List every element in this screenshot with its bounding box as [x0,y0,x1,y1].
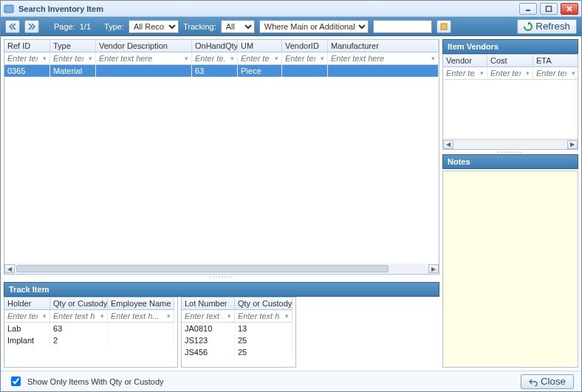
maximize-button[interactable] [540,3,558,15]
table-row[interactable]: Lab63 [4,323,177,334]
column-header[interactable]: Qty or Custody [50,298,108,310]
column-header[interactable]: VendorID [282,40,328,52]
track-right-grid: Lot NumberQty or Custody ▾▾ JA081013JS12… [181,297,296,368]
column-header[interactable]: Ref ID [4,40,50,52]
tracking-select[interactable]: All [221,20,255,33]
body: Ref IDTypeVendor DescriptionOnHandQtyUMV… [1,36,581,371]
filter-input[interactable] [239,53,272,63]
filter-funnel-icon[interactable]: ▾ [318,55,326,62]
column-header[interactable]: Holder [4,298,50,310]
filter-funnel-icon[interactable]: ▾ [272,55,281,62]
filter-input[interactable] [488,68,523,78]
svg-rect-5 [441,24,447,30]
column-header[interactable]: Vendor [443,55,487,67]
tracking-label: Tracking: [183,22,216,31]
table-row[interactable]: 0365Material63Piece [4,65,439,77]
notes-header: Notes [442,154,578,169]
filter-funnel-icon[interactable]: ▾ [477,69,486,77]
page-label: Page: [54,22,75,31]
column-header[interactable]: UM [238,40,282,52]
filter-funnel-icon[interactable]: ▾ [97,312,106,320]
svg-rect-2 [547,6,552,11]
filter-input[interactable] [283,53,318,63]
table-row[interactable]: JA081013 [182,323,295,334]
main-grid-filter-row: ▾▾▾▾▾▾▾ [4,52,439,65]
refresh-icon [524,22,533,31]
filter-input[interactable] [182,311,225,321]
main-grid-body[interactable]: 0365Material63Piece [4,65,439,264]
window-title: Search Inventory Item [18,4,519,13]
vendor-lookup-button[interactable] [437,20,451,33]
right-column: Item Vendors VendorCostETA ▾▾▾ ◀▶ ••••••… [442,39,578,368]
item-vendors-header: Item Vendors [442,39,578,54]
filter-input[interactable] [444,68,477,78]
window-buttons [519,3,578,15]
filter-input[interactable] [109,311,164,321]
search-inventory-window: Search Inventory Item Page: 1/1 Type: Al… [0,0,582,392]
show-only-qty-checkbox[interactable]: Show Only Items With Qty or Custody [8,374,164,388]
filter-input[interactable] [236,311,282,321]
toolbar: Page: 1/1 Type: All Records Tracking: Al… [1,17,581,36]
filter-input[interactable] [534,68,569,78]
filter-funnel-icon[interactable]: ▾ [86,55,95,62]
filter-funnel-icon[interactable]: ▾ [523,69,532,77]
main-grid: Ref IDTypeVendor DescriptionOnHandQtyUMV… [4,39,439,275]
filter-input[interactable] [97,53,182,63]
filter-funnel-icon[interactable]: ▾ [225,312,233,320]
table-row[interactable]: Implant2 [4,334,177,346]
column-header[interactable]: Qty or Custody [235,298,292,310]
table-row[interactable]: JS45625 [182,346,295,358]
filter-funnel-icon[interactable]: ▾ [182,55,191,62]
type-label: Type: [104,22,124,31]
column-header[interactable]: Vendor Description [96,40,192,52]
main-grid-header: Ref IDTypeVendor DescriptionOnHandQtyUMV… [4,40,439,52]
close-button[interactable]: Close [521,374,574,389]
type-select[interactable]: All Records [129,20,179,33]
filter-input[interactable] [193,53,227,63]
filter-input[interactable] [329,53,428,63]
column-header[interactable]: Type [50,40,96,52]
scroll-right-icon[interactable]: ▶ [428,264,439,273]
item-vendors-hscroll[interactable]: ◀▶ [443,139,578,149]
vendor-value-input[interactable] [373,20,432,33]
vendor-clause-select[interactable]: Where Main or Additional Vendor is [259,20,369,33]
track-item-header: Track Item [4,282,439,297]
column-header[interactable]: Employee Name [108,298,174,310]
notes-textarea[interactable] [442,171,578,368]
filter-funnel-icon[interactable]: ▾ [40,312,49,320]
column-header[interactable]: Cost [487,55,533,67]
close-window-button[interactable] [561,3,578,15]
svg-rect-0 [4,5,13,13]
filter-input[interactable] [51,53,86,63]
filter-funnel-icon[interactable]: ▾ [428,55,437,62]
footer: Show Only Items With Qty or Custody Clos… [1,371,581,391]
app-icon [4,4,14,14]
minimize-button[interactable] [519,3,537,15]
filter-input[interactable] [5,311,40,321]
main-grid-hscroll[interactable]: ◀ ▶ [4,264,439,274]
filter-funnel-icon[interactable]: ▾ [164,312,173,320]
undo-close-icon [529,377,538,386]
next-page-button[interactable] [24,20,39,33]
splitter-horizontal[interactable]: •••••••• [4,275,439,279]
column-header[interactable]: Manufacturer [328,40,439,52]
refresh-button[interactable]: Refresh [517,19,577,34]
prev-page-button[interactable] [5,20,20,33]
left-column: Ref IDTypeVendor DescriptionOnHandQtyUMV… [4,39,439,368]
filter-funnel-icon[interactable]: ▾ [40,55,49,62]
filter-funnel-icon[interactable]: ▾ [282,312,291,320]
filter-funnel-icon[interactable]: ▾ [569,69,578,77]
filter-funnel-icon[interactable]: ▾ [227,55,236,62]
page-value: 1/1 [80,22,91,31]
column-header[interactable]: OnHandQty [192,40,238,52]
item-vendors-grid: VendorCostETA ▾▾▾ ◀▶ [442,54,578,150]
titlebar: Search Inventory Item [1,1,581,17]
scroll-left-icon[interactable]: ◀ [4,264,15,273]
column-header[interactable]: Lot Number [182,298,235,310]
column-header[interactable]: ETA [533,55,578,67]
track-item-panel: Track Item HolderQty or CustodyEmployee … [4,282,439,368]
table-row[interactable]: JS12325 [182,334,295,346]
filter-input[interactable] [5,53,40,63]
filter-input[interactable] [51,311,97,321]
track-left-grid: HolderQty or CustodyEmployee Name ▾▾▾ La… [4,297,178,368]
